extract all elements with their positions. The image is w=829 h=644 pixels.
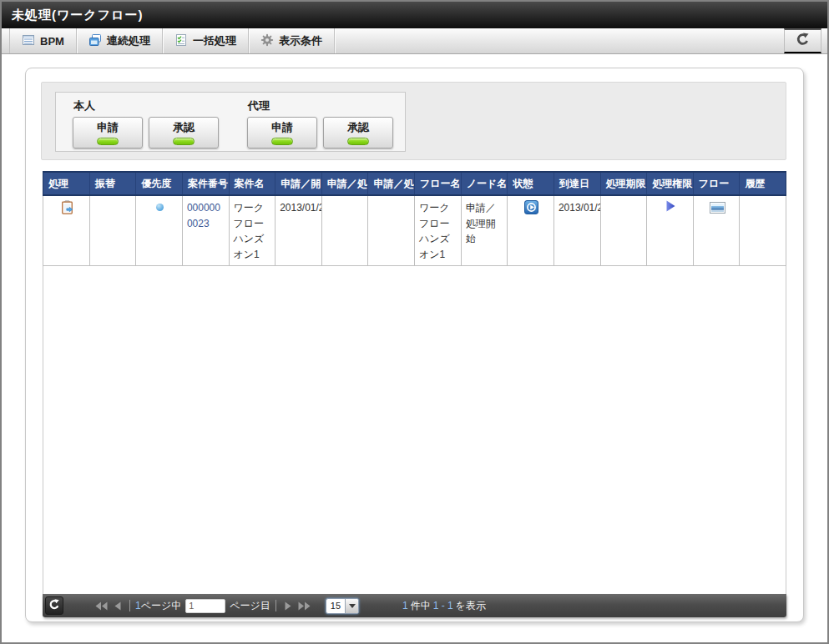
- pager-refresh-button[interactable]: [45, 596, 63, 615]
- col-node-name[interactable]: ノード名: [461, 172, 508, 195]
- filter-box: 本人 申請 承認 代理: [55, 92, 406, 152]
- green-led-indicator: [97, 138, 119, 145]
- cell-case-name: ワークフローハンズオン1: [229, 195, 275, 266]
- case-number-link[interactable]: 0000000023: [187, 202, 220, 229]
- chevron-down-icon: [345, 599, 358, 613]
- toolbar-button-group: BPM 連続処理 一括処理 表示条件: [9, 28, 335, 53]
- self-approve-button[interactable]: 承認: [149, 117, 219, 148]
- col-authority[interactable]: 処理権限: [647, 172, 694, 195]
- col-transfer[interactable]: 振替: [89, 172, 136, 195]
- col-apply-proc1[interactable]: 申請／処: [321, 172, 368, 195]
- continuous-process-button[interactable]: 連続処理: [77, 28, 163, 53]
- green-led-indicator: [347, 138, 369, 145]
- last-page-icon[interactable]: [295, 601, 314, 611]
- col-case-number[interactable]: 案件番号: [182, 172, 229, 195]
- page-size-value: 15: [326, 601, 345, 611]
- self-apply-button[interactable]: 申請: [73, 117, 143, 148]
- cell-apply-proc2: [368, 195, 415, 266]
- table-row: 0000000023 ワークフローハンズオン1 2013/01/2 ワークフロー…: [43, 195, 786, 266]
- proxy-apply-button[interactable]: 申請: [247, 117, 317, 148]
- page-size-select[interactable]: 15: [326, 598, 359, 614]
- batch-process-label: 一括処理: [193, 33, 236, 48]
- cell-deadline: [600, 195, 647, 266]
- toolbar: BPM 連続処理 一括処理 表示条件: [2, 28, 827, 54]
- cell-arrival-date: 2013/01/2: [554, 195, 600, 266]
- batch-process-button[interactable]: 一括処理: [163, 28, 249, 53]
- display-condition-button[interactable]: 表示条件: [249, 28, 335, 53]
- green-led-indicator: [173, 138, 195, 145]
- filter-group-proxy-label: 代理: [248, 98, 393, 113]
- cell-status: [508, 195, 554, 266]
- cell-flow: [693, 195, 740, 266]
- col-priority[interactable]: 優先度: [136, 172, 183, 195]
- table-header-row: 処理 振替 優先度 案件番号 案件名 申請／開 申請／処 申請／処 フロー名 ノ…: [43, 172, 786, 195]
- cell-authority: [647, 195, 694, 266]
- proxy-approve-button[interactable]: 承認: [323, 117, 393, 148]
- green-led-indicator: [271, 138, 293, 145]
- priority-dot-icon: [156, 204, 164, 211]
- continuous-process-label: 連続処理: [107, 33, 150, 48]
- next-page-icon[interactable]: [281, 601, 295, 611]
- stacked-windows-icon: [88, 33, 102, 49]
- checklist-icon: [174, 33, 188, 49]
- filter-group-self: 本人 申請 承認: [73, 97, 219, 151]
- count-middle-label: 件中: [411, 599, 431, 613]
- col-arrival-date[interactable]: 到達日: [554, 172, 600, 195]
- self-approve-label: 承認: [173, 120, 195, 135]
- app-window: 未処理(ワークフロー) BPM 連続処理 一括処理: [0, 0, 829, 644]
- count-total: 1: [402, 600, 408, 611]
- refresh-icon: [48, 599, 60, 613]
- content-area: 本人 申請 承認 代理: [2, 68, 827, 644]
- cell-node-name: 申請／処理開始: [461, 195, 508, 266]
- table-empty-area: [43, 266, 786, 594]
- cell-apply-proc1: [321, 195, 368, 266]
- list-icon: [22, 33, 35, 49]
- page-title: 未処理(ワークフロー): [12, 8, 143, 22]
- process-clipboard-icon[interactable]: [60, 205, 74, 217]
- cell-apply-start-date: 2013/01/2: [275, 195, 322, 266]
- col-flow-name[interactable]: フロー名: [415, 172, 462, 195]
- pager-nav: 1 ページ中 ページ目 15: [92, 598, 359, 614]
- cell-process: [43, 195, 90, 266]
- col-apply-start[interactable]: 申請／開: [275, 172, 322, 195]
- col-deadline[interactable]: 処理期限: [600, 172, 647, 195]
- refresh-button[interactable]: [784, 28, 821, 53]
- col-flow[interactable]: フロー: [693, 172, 740, 195]
- prev-page-icon[interactable]: [111, 601, 124, 611]
- filter-panel: 本人 申請 承認 代理: [41, 82, 786, 160]
- flow-image-icon[interactable]: [710, 202, 725, 214]
- separator: [275, 600, 276, 611]
- total-pages: 1: [135, 600, 141, 611]
- col-history[interactable]: 履歴: [740, 172, 786, 195]
- count-suffix-label: を表示: [456, 599, 486, 613]
- first-page-icon[interactable]: [92, 601, 111, 611]
- cell-flow-name: ワークフローハンズオン1: [415, 195, 462, 266]
- pages-suffix-label: ページ目: [230, 599, 270, 613]
- col-process[interactable]: 処理: [43, 172, 90, 195]
- bpm-button-label: BPM: [40, 35, 64, 48]
- col-status[interactable]: 状態: [508, 172, 554, 195]
- col-apply-proc2[interactable]: 申請／処: [368, 172, 415, 195]
- pages-middle-label: ページ中: [141, 599, 182, 613]
- window-title-bar: 未処理(ワークフロー): [2, 2, 827, 28]
- gear-icon: [260, 33, 274, 49]
- pagination-bar: 1 ページ中 ページ目 15: [43, 594, 786, 617]
- result-count: 1 件中 1 - 1 を表示: [402, 599, 488, 613]
- filter-group-self-label: 本人: [73, 98, 219, 113]
- status-processing-icon: [524, 205, 538, 217]
- proxy-approve-label: 承認: [347, 120, 369, 135]
- col-case-name[interactable]: 案件名: [229, 172, 275, 195]
- cell-priority: [136, 195, 183, 266]
- authority-arrow-icon: [666, 203, 675, 214]
- self-apply-label: 申請: [97, 120, 119, 135]
- separator: [129, 600, 130, 611]
- cell-case-number: 0000000023: [182, 195, 229, 266]
- cell-transfer: [89, 195, 136, 266]
- bpm-button[interactable]: BPM: [10, 28, 77, 53]
- page-number-input[interactable]: [185, 599, 225, 613]
- task-table: 処理 振替 優先度 案件番号 案件名 申請／開 申請／処 申請／処 フロー名 ノ…: [43, 171, 786, 266]
- filter-group-proxy: 代理 申請 承認: [247, 97, 393, 151]
- display-condition-label: 表示条件: [279, 33, 322, 48]
- main-panel: 本人 申請 承認 代理: [25, 68, 804, 622]
- cell-history: [740, 195, 786, 266]
